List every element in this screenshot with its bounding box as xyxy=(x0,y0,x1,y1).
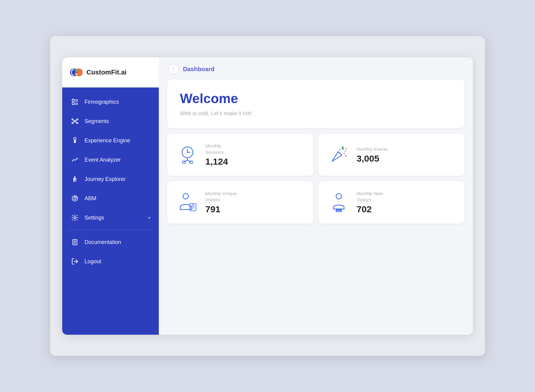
monthly-unique-visitors-info: Monthly UniqueVisitors 791 xyxy=(205,190,237,214)
svg-line-15 xyxy=(73,120,74,121)
sidebar-item-experience-engine[interactable]: Experience Engine xyxy=(62,131,159,150)
sidebar-item-abm-label: ABM xyxy=(85,195,150,202)
sidebar-item-logout[interactable]: Logout xyxy=(62,252,159,271)
welcome-card: Welcome Web is cold, Let's make it hot! xyxy=(167,80,464,128)
monthly-unique-visitors-label: Monthly UniqueVisitors xyxy=(205,190,237,203)
welcome-subtitle: Web is cold, Let's make it hot! xyxy=(180,110,452,117)
main-content: ⋮ Dashboard Welcome Web is cold, Let's m… xyxy=(159,57,473,335)
svg-point-55 xyxy=(192,204,194,205)
sidebar-item-journey-explorer[interactable]: Journey Explorer xyxy=(62,169,159,189)
sidebar-item-documentation-label: Documentation xyxy=(85,239,150,245)
sidebar-item-logout-label: Logout xyxy=(85,258,150,265)
svg-point-2 xyxy=(75,69,78,72)
stat-card-monthly-unique-visitors: Monthly UniqueVisitors 791 xyxy=(167,181,313,223)
monthly-sessions-label: MonthlySessions xyxy=(205,143,228,155)
sidebar-item-settings[interactable]: Settings ▾ xyxy=(62,208,159,227)
event-analyzer-icon xyxy=(71,156,79,164)
svg-point-43 xyxy=(345,150,346,152)
monthly-new-visitors-label: Monthly NewVisitors xyxy=(357,190,383,203)
experience-engine-icon xyxy=(71,136,79,145)
monthly-new-visitors-value: 702 xyxy=(357,204,383,214)
stat-card-monthly-new-visitors: NEW Monthly NewVisitors 702 xyxy=(319,181,464,223)
sidebar-item-firmographics[interactable]: Firmographics xyxy=(62,92,159,112)
svg-point-50 xyxy=(183,194,188,199)
svg-point-46 xyxy=(339,149,341,150)
content-area: Welcome Web is cold, Let's make it hot! xyxy=(159,74,473,335)
monthly-sessions-info: MonthlySessions 1,124 xyxy=(205,143,228,167)
monthly-events-icon xyxy=(328,144,349,165)
welcome-title: Welcome xyxy=(180,91,452,106)
sidebar-item-firmographics-label: Firmographics xyxy=(85,99,150,105)
segments-icon xyxy=(71,117,79,125)
sidebar-item-event-analyzer-label: Event Analyzer xyxy=(85,157,150,163)
sidebar-item-experience-engine-label: Experience Engine xyxy=(85,138,150,144)
svg-point-12 xyxy=(77,119,78,120)
sidebar-item-segments[interactable]: Segments xyxy=(62,112,159,131)
svg-point-44 xyxy=(344,153,345,154)
nav-list: Firmographics xyxy=(62,87,159,335)
logo-text: CustomFit.ai xyxy=(86,68,127,76)
svg-line-16 xyxy=(76,120,77,121)
monthly-new-visitors-info: Monthly NewVisitors 702 xyxy=(357,190,383,214)
browser-window: CustomFit.ai Firmog xyxy=(50,36,485,356)
nav-divider xyxy=(68,230,153,230)
menu-dots-button[interactable]: ⋮ xyxy=(168,64,179,74)
svg-line-17 xyxy=(73,122,74,123)
logo-icon xyxy=(69,65,83,79)
svg-point-3 xyxy=(75,73,78,75)
sidebar-item-settings-label: Settings xyxy=(85,215,143,221)
monthly-events-info: Monthly Events 3,005 xyxy=(357,146,388,164)
svg-text:NEW: NEW xyxy=(337,210,341,212)
stats-grid: MonthlySessions 1,124 xyxy=(167,134,464,223)
svg-point-10 xyxy=(74,120,76,122)
monthly-sessions-value: 1,124 xyxy=(205,156,228,167)
sidebar-item-abm[interactable]: ABM xyxy=(62,189,159,208)
settings-icon xyxy=(71,213,79,222)
sidebar-item-segments-label: Segments xyxy=(85,118,150,125)
svg-point-11 xyxy=(72,119,73,120)
monthly-events-label: Monthly Events xyxy=(357,146,388,152)
monthly-unique-visitors-value: 791 xyxy=(205,204,237,214)
svg-point-36 xyxy=(187,152,188,153)
sidebar-item-documentation[interactable]: Documentation xyxy=(62,232,159,252)
journey-explorer-icon xyxy=(71,175,79,183)
monthly-events-value: 3,005 xyxy=(357,153,388,164)
monthly-unique-visitors-icon xyxy=(177,192,198,213)
logo-area: CustomFit.ai xyxy=(62,57,159,87)
svg-rect-5 xyxy=(72,103,74,105)
monthly-new-visitors-icon: NEW xyxy=(328,192,349,213)
sidebar-item-event-analyzer[interactable]: Event Analyzer xyxy=(62,150,159,169)
svg-point-13 xyxy=(72,122,73,124)
svg-point-56 xyxy=(336,194,341,199)
sidebar: CustomFit.ai Firmog xyxy=(62,57,159,335)
sidebar-item-journey-explorer-label: Journey Explorer xyxy=(85,176,150,182)
svg-point-14 xyxy=(77,122,78,124)
monthly-sessions-icon xyxy=(177,144,198,165)
list-icon xyxy=(71,98,79,106)
svg-rect-4 xyxy=(72,99,74,101)
stat-card-monthly-events: Monthly Events 3,005 xyxy=(319,134,464,176)
stat-card-monthly-sessions: MonthlySessions 1,124 xyxy=(167,134,313,176)
svg-point-47 xyxy=(345,148,347,149)
svg-point-27 xyxy=(74,217,76,219)
top-bar: ⋮ Dashboard xyxy=(159,57,473,74)
logout-icon xyxy=(71,257,79,266)
page-title: Dashboard xyxy=(183,66,214,73)
documentation-icon xyxy=(71,238,79,246)
abm-icon xyxy=(71,194,79,203)
svg-line-18 xyxy=(76,122,77,123)
app-container: CustomFit.ai Firmog xyxy=(62,57,473,335)
settings-expand-arrow: ▾ xyxy=(148,215,150,220)
